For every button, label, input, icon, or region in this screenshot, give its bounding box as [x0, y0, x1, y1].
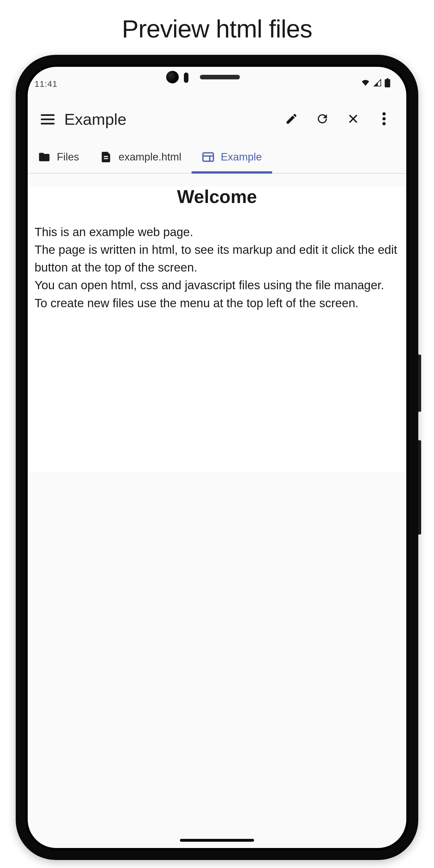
- sensor-dot: [184, 72, 188, 83]
- page-title: Example: [64, 110, 283, 128]
- battery-icon: [384, 78, 390, 89]
- device-frame: 11:41 Example: [16, 55, 418, 860]
- status-bar: 11:41: [28, 67, 406, 94]
- tab-label: Files: [57, 151, 79, 163]
- tab-example-preview[interactable]: Example: [192, 144, 272, 174]
- folder-icon: [38, 151, 51, 163]
- status-time: 11:41: [35, 79, 57, 89]
- promo-heading: Preview html files: [0, 14, 434, 43]
- web-icon: [202, 151, 214, 163]
- preview-content: Welcome This is an example web page. The…: [28, 186, 406, 472]
- camera-dot: [166, 71, 179, 83]
- screen: 11:41 Example: [28, 67, 406, 848]
- tab-label: Example: [221, 151, 262, 163]
- more-vert-icon: [382, 112, 386, 126]
- tab-label: example.html: [119, 151, 181, 163]
- content-body: This is an example web page. The page is…: [35, 223, 399, 312]
- wifi-icon: [361, 79, 370, 89]
- home-indicator[interactable]: [180, 839, 254, 842]
- volume-button[interactable]: [418, 440, 421, 534]
- signal-icon: [373, 79, 382, 89]
- tab-files[interactable]: Files: [28, 144, 89, 174]
- menu-button[interactable]: [41, 114, 55, 124]
- more-button[interactable]: [376, 111, 392, 127]
- close-button[interactable]: [345, 111, 361, 127]
- edit-button[interactable]: [283, 111, 300, 127]
- close-icon: [347, 113, 360, 126]
- speaker-grill: [200, 75, 240, 80]
- app-bar: Example: [28, 94, 406, 144]
- svg-rect-3: [203, 153, 214, 161]
- svg-point-0: [382, 112, 386, 116]
- file-icon: [100, 151, 112, 163]
- svg-point-2: [382, 122, 386, 125]
- tab-bar: Files example.html Example: [28, 144, 406, 174]
- power-button[interactable]: [418, 354, 421, 412]
- status-icons: [361, 78, 390, 89]
- pencil-icon: [285, 112, 298, 126]
- svg-point-1: [382, 117, 386, 121]
- content-heading: Welcome: [35, 186, 399, 207]
- tab-example-html[interactable]: example.html: [89, 144, 192, 174]
- refresh-button[interactable]: [314, 111, 330, 127]
- refresh-icon: [315, 112, 329, 127]
